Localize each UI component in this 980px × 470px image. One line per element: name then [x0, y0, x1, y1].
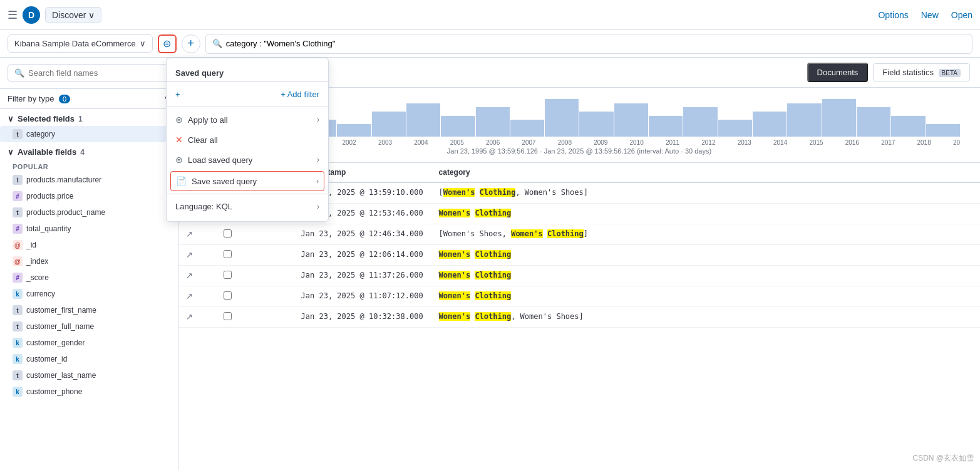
other-fields-list: @_id@_index#_scorekcurrencytcustomer_fir…: [0, 237, 178, 400]
field-name: customer_id: [26, 355, 67, 363]
field-item[interactable]: @_index: [0, 253, 178, 269]
selected-fields-label: Selected fields: [18, 114, 75, 123]
chart-bar: [337, 124, 371, 137]
field-item[interactable]: tcustomer_last_name: [0, 367, 178, 384]
popular-field-item[interactable]: tproducts.product_name: [0, 204, 178, 221]
col-header-category[interactable]: category: [431, 163, 980, 182]
app-name-button[interactable]: Discover ∨: [45, 7, 101, 23]
popular-field-item[interactable]: #products.price: [0, 188, 178, 204]
chart-x-label: 2018: [917, 139, 931, 146]
field-name: customer_last_name: [26, 371, 96, 380]
chart-bar: [753, 112, 787, 137]
field-name: customer_phone: [26, 387, 82, 396]
load-saved-query-item[interactable]: ⊜ Load saved query ›: [167, 150, 328, 170]
plain-text: , Women's Shoes]: [511, 312, 584, 321]
add-filter-label: + Add filter: [281, 90, 319, 99]
chart-bar: [683, 107, 717, 137]
beta-badge: BETA: [939, 69, 961, 77]
add-filter-item[interactable]: + + Add filter: [167, 85, 328, 104]
selected-field-item[interactable]: tcategory: [0, 126, 178, 142]
query-add-button[interactable]: +: [182, 34, 200, 53]
expand-icon[interactable]: ↗: [186, 229, 193, 239]
chart-bar: [718, 120, 752, 137]
row-category: Women's Clothing: [431, 286, 980, 307]
hamburger-icon[interactable]: ☰: [8, 8, 18, 22]
highlighted-text: Women's: [439, 271, 471, 279]
tab-field-statistics[interactable]: Field statistics BETA: [873, 63, 970, 81]
popular-field-item[interactable]: #total_quantity: [0, 221, 178, 237]
row-actions: ↗: [178, 224, 216, 245]
popular-field-item[interactable]: tproducts.manufacturer: [0, 172, 178, 188]
main-layout: 🔍 Filter by type 0 ∨ ∨ Selected fields 1…: [0, 58, 980, 470]
options-link[interactable]: Options: [878, 10, 908, 20]
expand-icon[interactable]: ↗: [186, 250, 193, 259]
row-actions: ↗: [178, 286, 216, 307]
selected-fields-list: tcategory: [0, 126, 178, 142]
field-type-badge: #: [13, 273, 23, 283]
available-fields-header[interactable]: ∨ Available fields 4: [0, 142, 178, 159]
expand-icon[interactable]: ↗: [186, 291, 193, 301]
field-item[interactable]: kcustomer_phone: [0, 384, 178, 400]
chart-bar: [614, 103, 648, 137]
row-checkbox-cell: [216, 266, 294, 286]
row-checkbox[interactable]: [224, 271, 232, 279]
available-fields-count: 4: [80, 148, 85, 157]
field-item[interactable]: kcustomer_id: [0, 351, 178, 367]
filter-icon: ⊜: [163, 38, 171, 50]
row-category: [Women's Clothing, Women's Shoes]: [431, 182, 980, 204]
divider-1: [167, 107, 328, 107]
field-item[interactable]: @_id: [0, 237, 178, 253]
search-icon: 🔍: [14, 68, 24, 78]
dropdown-title: Saved query: [167, 63, 328, 82]
field-item[interactable]: kcustomer_gender: [0, 335, 178, 351]
popular-fields-list: tproducts.manufacturer#products.pricetpr…: [0, 172, 178, 237]
field-type-badge: t: [13, 175, 23, 185]
filter-count-badge: 0: [59, 95, 70, 103]
index-selector[interactable]: Kibana Sample Data eCommerce ∨: [8, 34, 153, 53]
add-icon: +: [187, 37, 194, 50]
field-item[interactable]: tcustomer_full_name: [0, 318, 178, 335]
field-name: _index: [26, 257, 48, 266]
field-type-badge: #: [13, 224, 23, 234]
field-search-input[interactable]: [28, 68, 163, 78]
row-checkbox[interactable]: [224, 229, 232, 238]
apply-to-all-item[interactable]: ⊜ Apply to all ›: [167, 110, 328, 130]
filter-by-type[interactable]: Filter by type 0 ∨: [0, 89, 178, 109]
field-item[interactable]: #_score: [0, 269, 178, 286]
field-type-badge: k: [13, 387, 23, 397]
tab-documents[interactable]: Documents: [807, 63, 869, 82]
row-category: Women's Clothing: [431, 245, 980, 266]
row-timestamp: Jan 23, 2025 @ 11:37:26.000: [294, 266, 431, 286]
field-item[interactable]: tcustomer_first_name: [0, 302, 178, 318]
row-category: Women's Clothing: [431, 266, 980, 286]
row-category: [Women's Shoes, Women's Clothing]: [431, 224, 980, 245]
new-link[interactable]: New: [921, 10, 939, 20]
chart-x-label: 2012: [701, 139, 715, 146]
expand-icon[interactable]: ↗: [186, 271, 193, 280]
query-input[interactable]: [226, 39, 966, 48]
chart-x-label: 2010: [630, 139, 644, 146]
highlighted-text: Women's: [443, 188, 475, 197]
selected-fields-header[interactable]: ∨ Selected fields 1: [0, 109, 178, 126]
row-checkbox[interactable]: [224, 250, 232, 258]
language-chevron-icon: ›: [317, 202, 319, 211]
available-fields-label: Available fields: [18, 147, 76, 157]
nav-right: Options New Open: [878, 10, 972, 20]
search-field-names-input[interactable]: 🔍: [8, 64, 170, 82]
open-link[interactable]: Open: [951, 10, 972, 20]
chart-bar: [476, 107, 510, 137]
watermark: CSDN @玄衣如雪: [912, 453, 974, 464]
clear-all-item[interactable]: ✕ Clear all: [167, 130, 328, 150]
sidebar: 🔍 Filter by type 0 ∨ ∨ Selected fields 1…: [0, 58, 178, 470]
save-saved-query-item[interactable]: 📄 Save saved query ›: [170, 171, 324, 191]
field-item[interactable]: kcurrency: [0, 286, 178, 302]
query-filter-button[interactable]: ⊜: [158, 34, 177, 53]
language-item[interactable]: Language: KQL ›: [167, 197, 328, 216]
row-checkbox[interactable]: [224, 291, 232, 300]
row-checkbox[interactable]: [224, 312, 232, 320]
expand-icon[interactable]: ↗: [186, 312, 193, 321]
chart-x-label: 2015: [809, 139, 823, 146]
field-name: customer_first_name: [26, 306, 96, 315]
highlighted-text: Clothing: [475, 271, 511, 279]
chart-x-label: 2011: [666, 139, 679, 146]
